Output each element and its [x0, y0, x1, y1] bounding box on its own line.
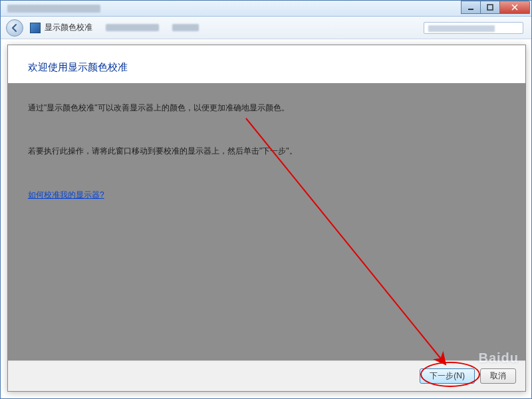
wizard-body: 通过"显示颜色校准"可以改善显示器上的颜色，以便更加准确地显示颜色。 若要执行此… — [8, 83, 525, 360]
back-button[interactable] — [6, 19, 23, 37]
search-box-placeholder[interactable] — [424, 22, 523, 34]
wizard-window: 欢迎使用显示颜色校准 通过"显示颜色校准"可以改善显示器上的颜色，以便更加准确地… — [7, 45, 526, 392]
body-paragraph-1: 通过"显示颜色校准"可以改善显示器上的颜色，以便更加准确地显示颜色。 — [28, 102, 505, 114]
wizard-heading: 欢迎使用显示颜色校准 — [8, 45, 525, 83]
svg-rect-0 — [468, 9, 473, 10]
next-button[interactable]: 下一步(N) — [420, 368, 475, 384]
outer-toolbar: 显示颜色校准 — [1, 17, 531, 39]
app-icon — [30, 23, 41, 33]
app-label: 显示颜色校准 — [45, 22, 92, 33]
close-button[interactable] — [499, 1, 530, 14]
cancel-button[interactable]: 取消 — [480, 368, 516, 384]
svg-rect-1 — [487, 5, 493, 10]
breadcrumb-placeholder-2 — [172, 24, 199, 31]
page-title: 欢迎使用显示颜色校准 — [28, 61, 505, 74]
outer-title-placeholder — [7, 5, 100, 13]
maximize-button[interactable] — [480, 1, 500, 14]
window-controls — [462, 1, 530, 14]
minimize-button[interactable] — [461, 1, 481, 14]
background-window: 显示颜色校准 欢迎使用显示颜色校准 通过"显示颜色校准"可以改善显示器上的颜色，… — [0, 0, 532, 399]
breadcrumb-placeholder — [106, 24, 159, 31]
body-paragraph-2: 若要执行此操作，请将此窗口移动到要校准的显示器上，然后单击"下一步"。 — [28, 145, 505, 158]
help-link[interactable]: 如何校准我的显示器? — [28, 190, 104, 200]
outer-titlebar — [1, 1, 531, 17]
wizard-footer: 下一步(N) 取消 — [8, 360, 525, 391]
